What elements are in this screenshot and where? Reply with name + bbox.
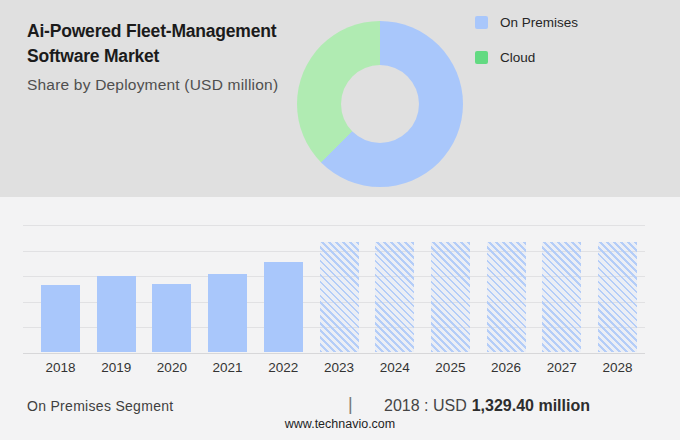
segment-stat: 2018 : USD1,329.40 million	[384, 397, 590, 415]
market-infographic: Ai-Powered Fleet-Management Software Mar…	[0, 0, 680, 440]
page-title: Ai-Powered Fleet-Management Software Mar…	[27, 19, 327, 69]
x-axis-label-2025: 2025	[422, 360, 478, 375]
legend-item-on-premises: On Premises	[475, 15, 578, 29]
bar-2028	[598, 242, 637, 352]
legend-item-cloud: Cloud	[475, 50, 578, 64]
stat-divider: |	[348, 394, 353, 415]
bar-chart: 2018201920202021202220232024202520262027…	[23, 225, 645, 353]
bar-2025	[431, 242, 470, 352]
on-premises-swatch-icon	[475, 16, 488, 29]
x-axis-label-2020: 2020	[144, 360, 200, 375]
title-line-1: Ai-Powered Fleet-Management	[27, 19, 327, 44]
x-axis-label-2022: 2022	[255, 360, 311, 375]
donut-chart	[297, 21, 463, 187]
bar-2019	[97, 276, 136, 352]
donut-hole	[341, 65, 419, 143]
x-axis-line	[23, 353, 645, 354]
bar-2023	[320, 242, 359, 352]
bar-2022	[264, 262, 303, 352]
bar-2027	[542, 242, 581, 352]
stat-value: 1,329.40 million	[472, 397, 590, 414]
segment-label: On Premises Segment	[27, 398, 174, 414]
bar-2021	[208, 274, 247, 352]
x-axis-label-2019: 2019	[88, 360, 144, 375]
bar-2026	[487, 242, 526, 352]
bar-2024	[375, 242, 414, 352]
x-axis-label-2023: 2023	[311, 360, 367, 375]
bar-2020	[152, 284, 191, 352]
legend-label: Cloud	[500, 50, 535, 65]
x-axis-label-2024: 2024	[367, 360, 423, 375]
header-section: Ai-Powered Fleet-Management Software Mar…	[0, 0, 680, 197]
cloud-swatch-icon	[475, 51, 488, 64]
stat-prefix: 2018 : USD	[384, 397, 467, 414]
title-line-2: Software Market	[27, 44, 327, 69]
x-axis-label-2021: 2021	[200, 360, 256, 375]
chart-legend: On Premises Cloud	[475, 15, 578, 85]
x-axis-label-2026: 2026	[478, 360, 534, 375]
bar-2018	[41, 285, 80, 352]
x-axis-label-2018: 2018	[33, 360, 89, 375]
x-axis-label-2027: 2027	[534, 360, 590, 375]
gridline	[23, 225, 645, 226]
legend-label: On Premises	[500, 15, 578, 30]
website-link[interactable]: www.technavio.com	[0, 417, 680, 431]
x-axis-label-2028: 2028	[590, 360, 646, 375]
